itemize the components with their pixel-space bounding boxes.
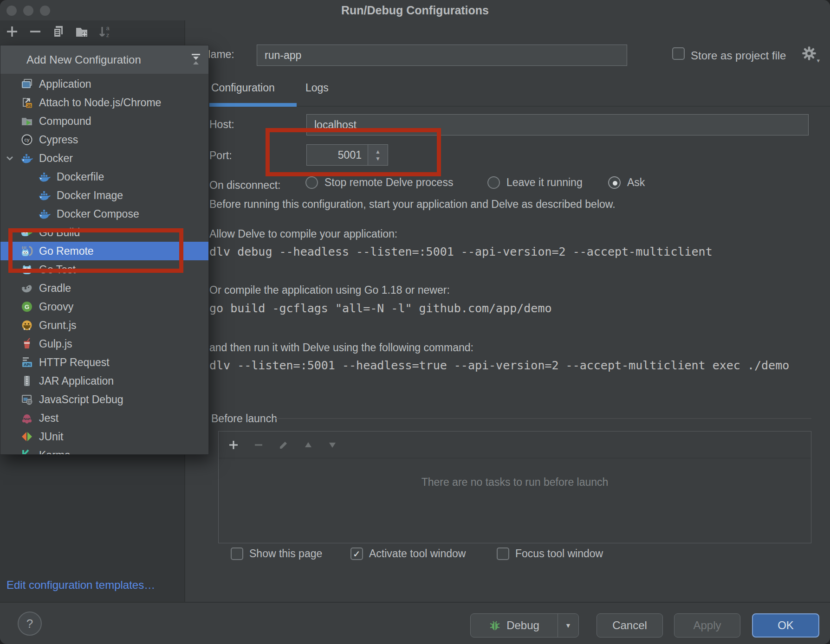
radio-icon[interactable]: [305, 176, 318, 189]
before-launch-toolbar: [219, 431, 811, 458]
dialog-title: Run/Debug Configurations: [0, 4, 830, 17]
radio-selected-icon[interactable]: [608, 176, 621, 189]
list-item-groovy[interactable]: G Groovy: [0, 297, 208, 316]
port-stepper[interactable]: ▲ ▼: [368, 144, 388, 166]
edit-configuration-templates-link[interactable]: Edit configuration templates…: [6, 579, 155, 592]
before-launch-panel: There are no tasks to run before launch: [218, 431, 811, 543]
radio-leave-it-running[interactable]: Leave it running: [487, 176, 583, 189]
apply-button[interactable]: Apply: [674, 613, 740, 638]
list-item-gruntjs[interactable]: Grunt.js: [0, 316, 208, 335]
list-item-gulpjs[interactable]: Gulp.js: [0, 335, 208, 353]
edit-task-icon[interactable]: [278, 439, 289, 451]
debug-button[interactable]: Debug: [471, 614, 558, 637]
intro-text: Before running this configuration, start…: [209, 198, 616, 211]
port-label: Port:: [209, 149, 232, 162]
activate-tool-window-option[interactable]: ✓ Activate tool window: [350, 547, 466, 560]
gear-icon[interactable]: ▾: [801, 45, 818, 62]
list-item-attach-nodejs-chrome[interactable]: JS Attach to Node.js/Chrome: [0, 93, 208, 112]
docker-icon: [39, 171, 51, 183]
section2-command: go build -gcflags "all=-N -l" github.com…: [209, 302, 552, 315]
list-item-docker[interactable]: Docker: [0, 149, 208, 167]
run-debug-configurations-dialog: Run/Debug Configurations a z Name: Store…: [0, 0, 830, 644]
new-folder-icon[interactable]: [74, 24, 89, 39]
move-task-up-icon[interactable]: [303, 440, 313, 450]
svg-text:cy: cy: [25, 137, 30, 142]
list-item-jar-application[interactable]: JAR Application: [0, 372, 208, 390]
tab-configuration[interactable]: Configuration: [211, 82, 275, 94]
port-input[interactable]: [306, 144, 369, 166]
host-input[interactable]: [306, 114, 809, 135]
stepper-up-icon[interactable]: ▲: [375, 148, 381, 155]
section3-command: dlv --listen=:5001 --headless=true --api…: [209, 359, 789, 372]
sort-alphabetically-icon[interactable]: a z: [97, 24, 112, 39]
list-item-http-request[interactable]: API HTTP Request: [0, 353, 208, 372]
focus-tool-window-option[interactable]: Focus tool window: [497, 547, 603, 560]
add-task-icon[interactable]: [228, 439, 239, 451]
gulpjs-icon: [21, 338, 33, 350]
list-item-compound[interactable]: Compound: [0, 112, 208, 130]
debug-split-button[interactable]: Debug ▼: [470, 613, 579, 638]
list-item-go-remote[interactable]: Go Remote: [0, 242, 208, 260]
collapse-all-icon[interactable]: [189, 52, 203, 66]
on-disconnect-label: On disconnect:: [209, 179, 280, 192]
move-task-down-icon[interactable]: [327, 440, 337, 450]
gear-caret-icon: ▾: [817, 57, 820, 64]
cancel-button[interactable]: Cancel: [597, 613, 663, 638]
junit-icon: [21, 431, 33, 443]
store-as-project-file-checkbox[interactable]: [672, 47, 685, 60]
list-item-karma[interactable]: Karma: [0, 446, 208, 455]
svg-text:G: G: [25, 303, 29, 310]
list-item-junit[interactable]: JUnit: [0, 427, 208, 446]
debug-dropdown-arrow-icon[interactable]: ▼: [558, 614, 578, 637]
remove-task-icon[interactable]: [253, 439, 264, 451]
bug-icon: [489, 619, 501, 631]
section2-text: Or compile the application using Go 1.18…: [209, 284, 450, 296]
before-launch-rule: [276, 418, 811, 419]
radio-icon[interactable]: [487, 176, 500, 189]
list-item-docker-image[interactable]: Docker Image: [0, 186, 208, 205]
popup-header: Add New Configuration: [0, 45, 208, 74]
remove-configuration-icon[interactable]: [28, 24, 43, 39]
go-test-icon: [21, 264, 33, 276]
cypress-icon: cy: [21, 134, 33, 146]
tree-toolbar: a z: [5, 24, 112, 39]
svg-text:API: API: [24, 362, 31, 367]
name-input[interactable]: [257, 45, 627, 66]
compound-icon: [21, 115, 33, 127]
ok-button[interactable]: OK: [752, 613, 819, 638]
svg-text:JS: JS: [26, 103, 32, 108]
show-this-page-option[interactable]: Show this page: [231, 547, 322, 560]
list-item-dockerfile[interactable]: Dockerfile: [0, 167, 208, 186]
section1-text: Allow Delve to compile your application:: [209, 228, 397, 240]
copy-configuration-icon[interactable]: [51, 24, 66, 39]
list-item-cypress[interactable]: cy Cypress: [0, 130, 208, 149]
stepper-down-icon[interactable]: ▼: [375, 155, 381, 162]
tab-logs[interactable]: Logs: [305, 82, 329, 94]
list-item-javascript-debug[interactable]: JavaScript Debug: [0, 390, 208, 409]
docker-icon: [21, 152, 33, 164]
list-item-gradle[interactable]: Gradle: [0, 279, 208, 297]
chevron-down-icon[interactable]: [5, 154, 14, 163]
add-configuration-icon[interactable]: [5, 24, 19, 39]
list-item-go-build[interactable]: Go Build: [0, 223, 208, 242]
javascript-debug-icon: [21, 393, 33, 406]
section3-text: and then run it with Delve using the fol…: [209, 341, 473, 354]
list-item-go-test[interactable]: Go Test: [0, 260, 208, 279]
host-label: Host:: [209, 118, 234, 131]
docker-icon: [39, 208, 51, 220]
checkbox-unchecked-icon[interactable]: [231, 547, 243, 560]
radio-ask[interactable]: Ask: [608, 176, 645, 189]
go-remote-icon: [21, 245, 33, 257]
list-item-application[interactable]: Application: [0, 75, 208, 93]
list-item-docker-compose[interactable]: Docker Compose: [0, 205, 208, 223]
footer-separator: [0, 602, 830, 603]
application-icon: [21, 78, 33, 90]
help-button[interactable]: ?: [18, 612, 42, 636]
radio-stop-remote-delve[interactable]: Stop remote Delve process: [305, 176, 453, 189]
jest-icon: [21, 412, 33, 424]
checkbox-unchecked-icon[interactable]: [497, 547, 509, 560]
configuration-type-list: Application JS Attach to Node.js/Chrome …: [0, 74, 208, 455]
checkbox-checked-icon[interactable]: ✓: [350, 547, 363, 560]
active-tab-underline: [209, 103, 297, 107]
list-item-jest[interactable]: Jest: [0, 409, 208, 427]
